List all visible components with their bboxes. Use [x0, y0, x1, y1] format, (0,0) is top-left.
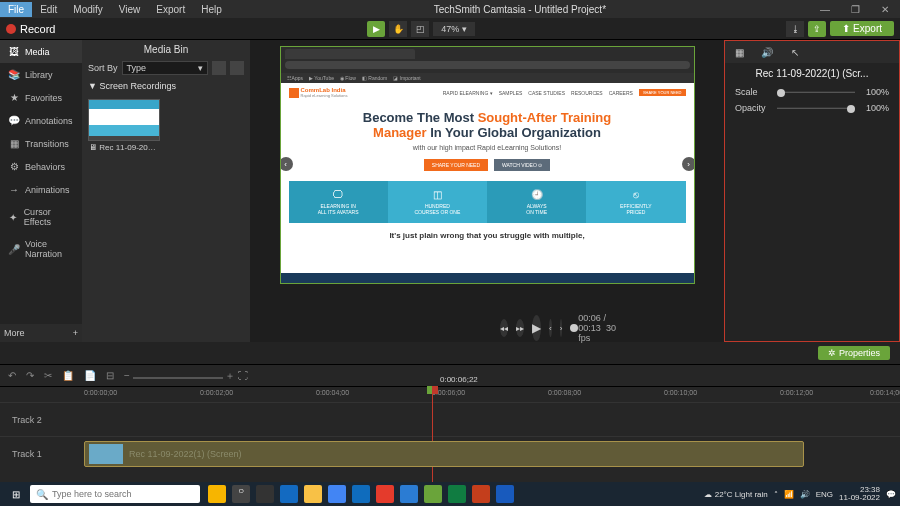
media-section-header[interactable]: ▼ Screen Recordings	[82, 77, 250, 95]
library-icon: 📚	[8, 69, 20, 80]
start-button[interactable]: ⊞	[4, 484, 28, 504]
zoom-dropdown[interactable]: 47% ▾	[433, 22, 475, 36]
recorded-taskbar	[281, 273, 694, 283]
explorer-icon[interactable]	[304, 485, 322, 503]
sidebar-item-transitions[interactable]: ▦Transitions	[0, 132, 82, 155]
copy-icon[interactable]: 📋	[62, 370, 74, 381]
scale-slider[interactable]	[777, 91, 855, 93]
tray-icon[interactable]	[208, 485, 226, 503]
properties-button[interactable]: ✲ Properties	[818, 346, 890, 360]
language-indicator[interactable]: ENG	[816, 490, 833, 499]
split-icon[interactable]: ⊟	[106, 370, 114, 381]
menu-export[interactable]: Export	[148, 2, 193, 17]
cortana-icon[interactable]: ○	[232, 485, 250, 503]
cut-icon[interactable]: ✂	[44, 370, 52, 381]
zoom-fit-icon[interactable]: ⛶	[238, 370, 248, 381]
track-1-lane[interactable]: Rec 11-09-2022(1) (Screen)	[80, 437, 900, 470]
scale-slider-row: Scale 100%	[725, 84, 899, 100]
sidebar-item-voice-narration[interactable]: 🎤Voice Narration	[0, 233, 82, 265]
window-buttons: — ❐ ✕	[810, 4, 900, 15]
step-back-button[interactable]: ‹	[549, 319, 552, 337]
properties-panel: ▦ 🔊 ↖ Rec 11-09-2022(1) (Scr... Scale 10…	[724, 40, 900, 342]
edge-icon[interactable]	[280, 485, 298, 503]
zoom-in-icon[interactable]: ＋	[225, 370, 235, 381]
playhead-time: 0:00:06;22	[440, 375, 478, 384]
app-icon[interactable]	[400, 485, 418, 503]
sidebar-item-library[interactable]: 📚Library	[0, 63, 82, 86]
sidebar-item-media[interactable]: 🖼Media	[0, 40, 82, 63]
toolbar: Record ▶ ✋ ◰ 47% ▾ ⭳ ⇪ ⬆ Export	[0, 18, 900, 40]
powerpoint-icon[interactable]	[472, 485, 490, 503]
sidebar-item-annotations[interactable]: 💬Annotations	[0, 109, 82, 132]
timeline-ruler[interactable]: 0:00:06;22 0:00:00;00 0:00:02;00 0:00:04…	[0, 386, 900, 402]
download-icon[interactable]: ⭳	[786, 21, 804, 37]
sidebar-item-favorites[interactable]: ★Favorites	[0, 86, 82, 109]
notifications-icon[interactable]: 💬	[886, 490, 896, 499]
opacity-value: 100%	[861, 103, 889, 113]
share-icon[interactable]: ⇪	[808, 21, 826, 37]
track-2[interactable]: Track 2	[0, 402, 900, 436]
sort-dropdown[interactable]: Type▾	[122, 61, 208, 75]
wifi-icon[interactable]: 📶	[784, 490, 794, 499]
sidebar-item-behaviors[interactable]: ⚙Behaviors	[0, 155, 82, 178]
camtasia-icon[interactable]	[424, 485, 442, 503]
volume-icon[interactable]: 🔊	[800, 490, 810, 499]
page-footer-text: It's just plain wrong that you struggle …	[281, 231, 694, 240]
export-button[interactable]: ⬆ Export	[830, 21, 894, 36]
undo-icon[interactable]: ↶	[8, 370, 16, 381]
view-grid-icon[interactable]	[230, 61, 244, 75]
sidebar-more[interactable]: More+	[0, 324, 82, 342]
outlook-icon[interactable]	[352, 485, 370, 503]
taskview-icon[interactable]	[256, 485, 274, 503]
menu-modify[interactable]: Modify	[65, 2, 110, 17]
opacity-label: Opacity	[735, 103, 771, 113]
menu-edit[interactable]: Edit	[32, 2, 65, 17]
canvas[interactable]: ☷ Apps▶ YouTube◉ Flow◧ Random◪ Important…	[280, 46, 695, 284]
title-bar: File Edit Modify View Export Help TechSm…	[0, 0, 900, 18]
timeline-zoom-slider[interactable]	[133, 377, 223, 379]
close-button[interactable]: ✕	[870, 4, 900, 15]
hand-tool-icon[interactable]: ✋	[389, 21, 407, 37]
plus-icon[interactable]: +	[73, 328, 78, 338]
word-icon[interactable]	[496, 485, 514, 503]
media-thumbnail[interactable]: 🖥 Rec 11-09-2022(1).t...	[88, 99, 160, 154]
play-button[interactable]: ▶	[532, 315, 541, 341]
next-frame-button[interactable]: ▸▸	[516, 319, 524, 337]
paste-icon[interactable]: 📄	[84, 370, 96, 381]
opacity-slider[interactable]	[777, 107, 855, 109]
sidebar-item-cursor-effects[interactable]: ✦Cursor Effects	[0, 201, 82, 233]
menu-help[interactable]: Help	[193, 2, 230, 17]
clock[interactable]: 23:3811-09-2022	[839, 486, 880, 502]
sidebar-item-animations[interactable]: →Animations	[0, 178, 82, 201]
prev-frame-button[interactable]: ◂◂	[500, 319, 508, 337]
record-button[interactable]: Record	[6, 23, 55, 35]
track-1[interactable]: Track 1 Rec 11-09-2022(1) (Screen)	[0, 436, 900, 470]
minimize-button[interactable]: —	[810, 4, 840, 15]
cursor-tab-icon[interactable]: ↖	[781, 41, 809, 63]
excel-icon[interactable]	[448, 485, 466, 503]
thumbnail-label: 🖥 Rec 11-09-2022(1).t...	[88, 141, 160, 154]
chrome-icon[interactable]	[376, 485, 394, 503]
video-tab-icon[interactable]: ▦	[725, 41, 753, 63]
select-tool-icon[interactable]: ▶	[367, 21, 385, 37]
timeline-clip[interactable]: Rec 11-09-2022(1) (Screen)	[84, 441, 804, 467]
menu-view[interactable]: View	[111, 2, 149, 17]
search-input[interactable]	[52, 489, 194, 499]
redo-icon[interactable]: ↷	[26, 370, 34, 381]
audio-tab-icon[interactable]: 🔊	[753, 41, 781, 63]
mail-icon[interactable]	[328, 485, 346, 503]
taskbar-search[interactable]: 🔍	[30, 485, 200, 503]
share-need-button: SHARE YOUR NEED	[424, 159, 488, 171]
zoom-out-icon[interactable]: −	[124, 370, 130, 381]
maximize-button[interactable]: ❐	[840, 4, 870, 15]
browser-chrome	[281, 47, 694, 73]
weather-widget[interactable]: ☁ 22°C Light rain	[704, 490, 767, 499]
page-cta-row: SHARE YOUR NEED WATCH VIDEO ⊙	[281, 159, 694, 171]
track-2-lane[interactable]	[80, 403, 900, 436]
crop-tool-icon[interactable]: ◰	[411, 21, 429, 37]
tray-chevron-icon[interactable]: ˄	[774, 490, 778, 499]
step-fwd-button[interactable]: ›	[560, 319, 563, 337]
menu-file[interactable]: File	[0, 2, 32, 17]
view-list-icon[interactable]	[212, 61, 226, 75]
page-nav: RAPID ELEARNING ▾SAMPLESCASE STUDIESRESO…	[443, 89, 686, 96]
